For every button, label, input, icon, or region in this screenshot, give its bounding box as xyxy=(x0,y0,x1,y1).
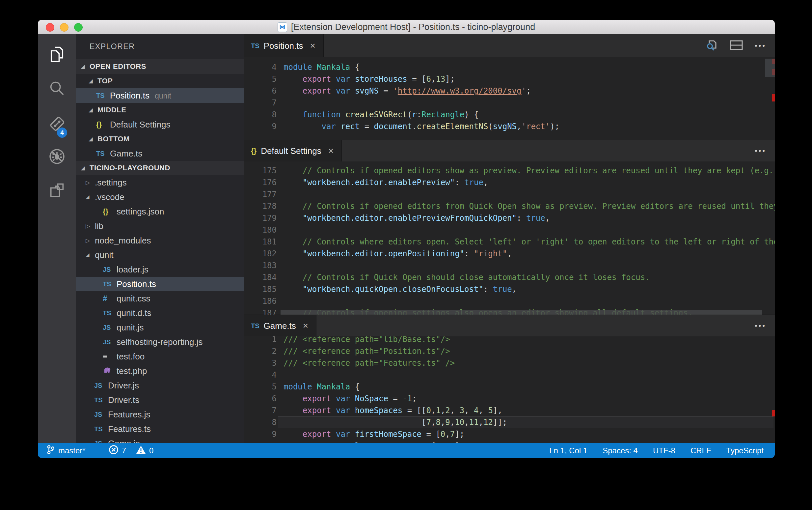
code-editor-position-ts[interactable]: 4module Mankala {5 export var storeHouse… xyxy=(244,57,775,140)
sidebar-item-selfhosting-reporting-js[interactable]: JSselfhosting-reporting.js xyxy=(76,335,244,349)
line-number: 185 xyxy=(244,283,277,295)
section-header-ticino-playground[interactable]: ◢TICINO-PLAYGROUND xyxy=(76,161,244,175)
vertical-scrollbar[interactable] xyxy=(765,59,775,77)
open-preview-icon[interactable] xyxy=(705,39,718,52)
tab-default-settings[interactable]: {}Default Settings× xyxy=(244,140,342,162)
sidebar-item-settings[interactable]: ▷.settings xyxy=(76,175,244,190)
explorer-icon[interactable] xyxy=(48,45,66,64)
item-label: Position.ts xyxy=(117,279,156,289)
sidebar-item-qunit[interactable]: ◢qunit xyxy=(76,248,244,262)
sidebar-item-loader-js[interactable]: JSloader.js xyxy=(76,262,244,277)
sidebar-item-lib[interactable]: ▷lib xyxy=(76,219,244,233)
status-utf-8[interactable]: UTF-8 xyxy=(653,446,675,455)
git-branch-icon xyxy=(47,445,55,457)
vscode-window: ⋈ [Extension Development Host] - Positio… xyxy=(38,20,775,458)
line-number: 9 xyxy=(244,120,277,133)
tab-label: Default Settings xyxy=(261,146,321,156)
sidebar-item-middle[interactable]: ◢MIDDLE xyxy=(76,103,244,117)
sidebar-item-settings-json[interactable]: {}settings.json xyxy=(76,204,244,219)
code-line-178: 178 // Controls if opened editors from Q… xyxy=(244,200,775,212)
item-label: settings.json xyxy=(117,206,164,217)
code-line-8: 8 [7,8,9,10,11,12]]; xyxy=(244,417,775,428)
status-ln-1-col-1[interactable]: Ln 1, Col 1 xyxy=(549,446,588,455)
tab-position-ts[interactable]: TSPosition.ts× xyxy=(244,34,324,57)
status-spaces-4[interactable]: Spaces: 4 xyxy=(603,446,638,455)
item-label: qunit.d.ts xyxy=(117,308,151,318)
more-icon[interactable]: ••• xyxy=(755,321,766,330)
close-tab-icon[interactable]: × xyxy=(310,40,315,51)
code-line-182: 182 "workbench.editor.openPositioning": … xyxy=(244,248,775,260)
sidebar-item-node-modules[interactable]: ▷node_modules xyxy=(76,233,244,248)
line-number: 175 xyxy=(244,165,277,177)
line-number: 7 xyxy=(244,97,277,109)
item-label: lib xyxy=(95,221,103,231)
sidebar-item-driver-js[interactable]: JSDriver.js xyxy=(76,378,244,393)
extensions-icon[interactable] xyxy=(48,181,66,200)
ts-file-icon: TS xyxy=(94,425,107,433)
sidebar-item-vscode[interactable]: ◢.vscode xyxy=(76,190,244,204)
title-bar[interactable]: ⋈ [Extension Development Host] - Positio… xyxy=(38,20,775,35)
sidebar-item-position-ts[interactable]: TSPosition.ts xyxy=(76,277,244,291)
section-header-open-editors[interactable]: ◢OPEN EDITORS xyxy=(76,59,244,74)
twisty-collapsed-icon: ▷ xyxy=(86,223,90,230)
editor-actions: ••• xyxy=(755,140,766,162)
close-tab-icon[interactable]: × xyxy=(303,320,308,331)
code-line-180: 180 xyxy=(244,224,775,236)
twisty-expanded-icon: ◢ xyxy=(81,165,85,171)
line-number: 10 xyxy=(244,440,277,443)
item-label: Features.js xyxy=(108,409,150,420)
close-tab-icon[interactable]: × xyxy=(328,146,334,156)
overview-ruler-border xyxy=(766,336,766,443)
sidebar-title: EXPLORER xyxy=(90,42,135,51)
more-icon[interactable]: ••• xyxy=(755,41,766,50)
sidebar-item-qunit-css[interactable]: #qunit.css xyxy=(76,291,244,306)
sidebar-item-features-js[interactable]: JSFeatures.js xyxy=(76,407,244,422)
screenshot-stage: ⋈ [Extension Development Host] - Positio… xyxy=(0,0,812,510)
sidebar-item-test-php[interactable]: test.php xyxy=(76,364,244,378)
horizontal-scrollbar[interactable] xyxy=(280,310,762,315)
code-line-8: 8 function createSVGRect(r:Rectangle) { xyxy=(244,109,775,120)
tab-game-ts[interactable]: TSGame.ts× xyxy=(244,315,317,337)
code-line-5: 5module Mankala { xyxy=(244,381,775,393)
item-label: selfhosting-reporting.js xyxy=(117,337,203,347)
tab-label: Game.ts xyxy=(264,321,296,331)
sidebar-item-features-ts[interactable]: TSFeatures.ts xyxy=(76,422,244,436)
item-label: Position.tsqunit xyxy=(110,91,171,101)
item-description: qunit xyxy=(155,92,171,100)
sidebar-item-default-settings[interactable]: {}Default Settings xyxy=(76,117,244,132)
sidebar-item-game-ts[interactable]: TSGame.ts xyxy=(76,146,244,161)
editor-actions: ••• xyxy=(755,315,766,337)
status-typescript[interactable]: TypeScript xyxy=(726,446,763,455)
error-overview-marker xyxy=(772,94,775,102)
item-label: TOP xyxy=(97,77,113,85)
code-line-175: 175 // Controls if opened editors show a… xyxy=(244,165,775,177)
code-line-184: 184 // Controls if Quick Open should clo… xyxy=(244,272,775,283)
sidebar-item-bottom[interactable]: ◢BOTTOM xyxy=(76,132,244,146)
code-editor-default-settings[interactable]: 175 // Controls if opened editors show a… xyxy=(244,162,775,315)
status-error[interactable]: 7 xyxy=(109,445,126,457)
split-editor-icon[interactable] xyxy=(730,40,743,51)
code-line-177: 177 xyxy=(244,189,775,200)
js-file-icon: JS xyxy=(103,266,116,274)
code-editor-game-ts[interactable]: 1/// <reference path="lib/Base.ts"/>2///… xyxy=(244,336,775,443)
status-git-branch[interactable]: master* xyxy=(47,445,86,457)
sidebar-item-driver-ts[interactable]: TSDriver.ts xyxy=(76,393,244,407)
sidebar-item-top[interactable]: ◢TOP xyxy=(76,74,244,88)
sidebar-item-qunit-js[interactable]: JSqunit.js xyxy=(76,320,244,335)
sidebar-item-position-ts[interactable]: TSPosition.tsqunit xyxy=(76,88,244,103)
sidebar-item-game-js[interactable]: JSGame.js xyxy=(76,436,244,443)
search-icon[interactable] xyxy=(48,79,66,97)
more-icon[interactable]: ••• xyxy=(755,147,766,155)
sidebar-item-qunit-d-ts[interactable]: TSqunit.d.ts xyxy=(76,306,244,320)
line-number: 176 xyxy=(244,177,277,189)
code-line-186: 186 xyxy=(244,295,775,307)
sidebar-item-test-foo[interactable]: ≡test.foo xyxy=(76,349,244,364)
item-label: test.foo xyxy=(117,351,145,362)
line-number: 1 xyxy=(244,336,277,345)
twisty-collapsed-icon: ▷ xyxy=(86,237,90,244)
status-warning[interactable]: 0 xyxy=(136,445,153,456)
status-crlf[interactable]: CRLF xyxy=(691,446,711,455)
title-wrap: ⋈ [Extension Development Host] - Positio… xyxy=(38,20,775,34)
debug-icon[interactable] xyxy=(48,147,66,166)
scm-badge: 4 xyxy=(57,128,67,138)
